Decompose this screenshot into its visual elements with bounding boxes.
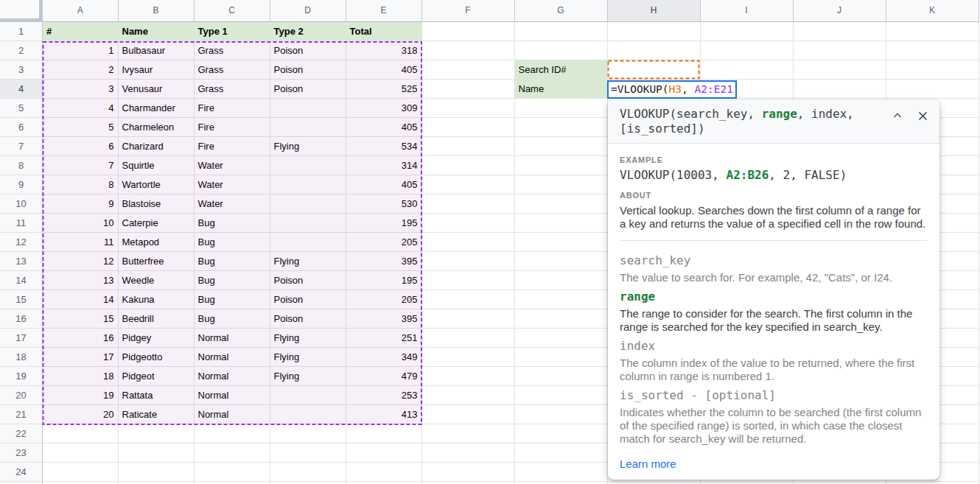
cell-D2[interactable]: Poison bbox=[270, 41, 346, 60]
row-header-22[interactable]: 22 bbox=[0, 424, 43, 443]
cell-C7[interactable]: Fire bbox=[195, 137, 270, 156]
cell-D16[interactable]: Poison bbox=[270, 309, 346, 329]
cell-H2[interactable] bbox=[608, 41, 701, 60]
cell-A20[interactable]: 19 bbox=[43, 386, 119, 405]
cell-F7[interactable] bbox=[422, 137, 515, 156]
cell-B14[interactable]: Weedle bbox=[119, 271, 195, 290]
cell-E11[interactable]: 195 bbox=[346, 214, 422, 233]
cell-E17[interactable]: 251 bbox=[346, 329, 422, 348]
cell-B21[interactable]: Raticate bbox=[119, 405, 195, 424]
cell-A21[interactable]: 20 bbox=[43, 405, 119, 424]
cell-H1[interactable] bbox=[608, 22, 701, 41]
cell-F15[interactable] bbox=[422, 290, 515, 309]
row-header-8[interactable]: 8 bbox=[0, 156, 43, 175]
cell-A12[interactable]: 11 bbox=[43, 233, 119, 252]
cell-D23[interactable] bbox=[270, 443, 346, 463]
row-header-19[interactable]: 19 bbox=[0, 367, 43, 386]
cell-F11[interactable] bbox=[422, 214, 515, 233]
cell-E10[interactable]: 530 bbox=[346, 194, 422, 214]
cell-E8[interactable]: 314 bbox=[346, 156, 422, 175]
collapse-popup-button[interactable] bbox=[891, 109, 904, 122]
cell-G11[interactable] bbox=[515, 214, 608, 233]
cell-B24[interactable] bbox=[119, 463, 195, 482]
cell-G13[interactable] bbox=[515, 252, 608, 271]
cell-F24[interactable] bbox=[422, 463, 515, 482]
cell-B23[interactable] bbox=[119, 443, 195, 463]
row-header-3[interactable]: 3 bbox=[0, 60, 43, 80]
row-header-7[interactable]: 7 bbox=[0, 137, 43, 156]
cell-J4[interactable] bbox=[794, 80, 886, 99]
cell-D18[interactable]: Flying bbox=[270, 348, 346, 367]
cell-E7[interactable]: 534 bbox=[346, 137, 422, 156]
cell-B3[interactable]: Ivysaur bbox=[119, 60, 195, 80]
cell-A9[interactable]: 8 bbox=[43, 175, 119, 194]
row-header-10[interactable]: 10 bbox=[0, 194, 43, 214]
cell-G22[interactable] bbox=[515, 424, 608, 443]
cell-F14[interactable] bbox=[422, 271, 515, 290]
cell-F17[interactable] bbox=[422, 329, 515, 348]
column-header-G[interactable]: G bbox=[515, 0, 608, 22]
column-header-K[interactable]: K bbox=[886, 0, 979, 22]
cell-F8[interactable] bbox=[422, 156, 515, 175]
cell-C4[interactable]: Grass bbox=[195, 80, 270, 99]
row-header-9[interactable]: 9 bbox=[0, 175, 43, 194]
cell-D8[interactable] bbox=[270, 156, 346, 175]
cell-A17[interactable]: 16 bbox=[43, 329, 119, 348]
cell-G10[interactable] bbox=[515, 194, 608, 214]
cell-I2[interactable] bbox=[701, 41, 794, 60]
cell-G18[interactable] bbox=[515, 348, 608, 367]
cell-C10[interactable]: Water bbox=[195, 194, 270, 214]
row-header-4[interactable]: 4 bbox=[0, 80, 43, 99]
cell-E13[interactable]: 395 bbox=[346, 252, 422, 271]
column-header-B[interactable]: B bbox=[119, 0, 195, 22]
cell-G3[interactable]: Search ID# bbox=[515, 60, 608, 80]
cell-F1[interactable] bbox=[422, 22, 515, 41]
cell-G12[interactable] bbox=[515, 233, 608, 252]
cell-C5[interactable]: Fire bbox=[195, 99, 270, 118]
cell-B12[interactable]: Metapod bbox=[119, 233, 195, 252]
cell-A19[interactable]: 18 bbox=[43, 367, 119, 386]
cell-C11[interactable]: Bug bbox=[195, 214, 270, 233]
row-header-21[interactable]: 21 bbox=[0, 405, 43, 424]
cell-C1[interactable]: Type 1 bbox=[195, 22, 270, 41]
cell-A13[interactable]: 12 bbox=[43, 252, 119, 271]
row-header-15[interactable]: 15 bbox=[0, 290, 43, 309]
cell-A11[interactable]: 10 bbox=[43, 214, 119, 233]
cell-F19[interactable] bbox=[422, 367, 515, 386]
cell-D7[interactable]: Flying bbox=[270, 137, 346, 156]
cell-B11[interactable]: Caterpie bbox=[119, 214, 195, 233]
select-all-corner[interactable] bbox=[0, 0, 43, 22]
cell-G1[interactable] bbox=[515, 22, 608, 41]
cell-B19[interactable]: Pidgeot bbox=[119, 367, 195, 386]
cell-D4[interactable]: Poison bbox=[270, 80, 346, 99]
cell-G5[interactable] bbox=[515, 99, 608, 118]
cell-K1[interactable] bbox=[886, 22, 979, 41]
column-header-E[interactable]: E bbox=[346, 0, 422, 22]
cell-G15[interactable] bbox=[515, 290, 608, 309]
cell-A8[interactable]: 7 bbox=[43, 156, 119, 175]
cell-F2[interactable] bbox=[422, 41, 515, 60]
cell-J2[interactable] bbox=[794, 41, 886, 60]
cell-G9[interactable] bbox=[515, 175, 608, 194]
cell-C15[interactable]: Bug bbox=[195, 290, 270, 309]
cell-G4[interactable]: Name bbox=[515, 80, 608, 99]
cell-A6[interactable]: 5 bbox=[43, 118, 119, 137]
cell-F4[interactable] bbox=[422, 80, 515, 99]
cell-F3[interactable] bbox=[422, 60, 515, 80]
row-header-5[interactable]: 5 bbox=[0, 99, 43, 118]
cell-G7[interactable] bbox=[515, 137, 608, 156]
cell-A16[interactable]: 15 bbox=[43, 309, 119, 329]
cell-E18[interactable]: 349 bbox=[346, 348, 422, 367]
cell-E15[interactable]: 205 bbox=[346, 290, 422, 309]
cell-K2[interactable] bbox=[886, 41, 979, 60]
column-header-J[interactable]: J bbox=[794, 0, 886, 22]
cell-E23[interactable] bbox=[346, 443, 422, 463]
cell-A7[interactable]: 6 bbox=[43, 137, 119, 156]
cell-B16[interactable]: Beedrill bbox=[119, 309, 195, 329]
cell-A3[interactable]: 2 bbox=[43, 60, 119, 80]
cell-F12[interactable] bbox=[422, 233, 515, 252]
cell-G8[interactable] bbox=[515, 156, 608, 175]
cell-D20[interactable] bbox=[270, 386, 346, 405]
cell-C23[interactable] bbox=[195, 443, 270, 463]
cell-G16[interactable] bbox=[515, 309, 608, 329]
